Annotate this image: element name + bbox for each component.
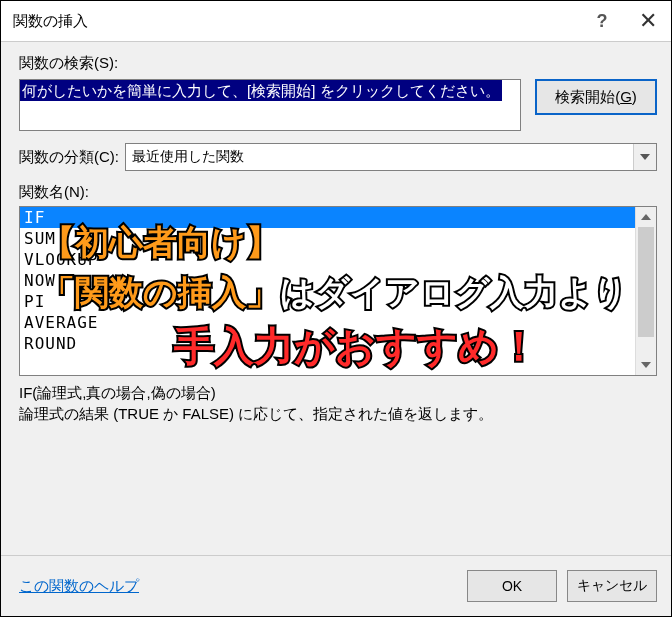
category-selected: 最近使用した関数	[132, 148, 244, 166]
category-select[interactable]: 最近使用した関数	[125, 143, 657, 171]
insert-function-dialog: 関数の挿入 ? ✕ 関数の検索(S): 何がしたいかを簡単に入力して、[検索開始…	[0, 0, 672, 617]
list-item[interactable]: AVERAGE	[20, 312, 635, 333]
dialog-body: 関数の検索(S): 何がしたいかを簡単に入力して、[検索開始] をクリックしてく…	[1, 42, 671, 555]
function-description: 論理式の結果 (TRUE か FALSE) に応じて、指定された値を返します。	[19, 405, 657, 424]
scrollbar[interactable]	[635, 207, 656, 375]
function-list-inner: IF SUM VLOOKUP NOW PI AVERAGE ROUND	[20, 207, 635, 375]
chevron-down-icon	[633, 144, 656, 170]
list-item[interactable]: IF	[20, 207, 635, 228]
scroll-up-icon[interactable]	[636, 207, 656, 227]
window-title: 関数の挿入	[13, 12, 579, 31]
category-label: 関数の分類(C):	[19, 148, 119, 167]
cancel-button[interactable]: キャンセル	[567, 570, 657, 602]
search-row: 何がしたいかを簡単に入力して、[検索開始] をクリックしてください。 検索開始(…	[19, 79, 657, 131]
search-input-text: 何がしたいかを簡単に入力して、[検索開始] をクリックしてください。	[20, 80, 502, 101]
ok-button[interactable]: OK	[467, 570, 557, 602]
function-list-label: 関数名(N):	[19, 183, 657, 202]
list-item[interactable]: PI	[20, 291, 635, 312]
search-label: 関数の検索(S):	[19, 54, 657, 73]
function-signature: IF(論理式,真の場合,偽の場合)	[19, 384, 657, 403]
list-item[interactable]: NOW	[20, 270, 635, 291]
search-start-button[interactable]: 検索開始(G)	[535, 79, 657, 115]
titlebar: 関数の挿入 ? ✕	[1, 1, 671, 42]
function-listbox[interactable]: IF SUM VLOOKUP NOW PI AVERAGE ROUND	[19, 206, 657, 376]
help-icon[interactable]: ?	[579, 1, 625, 41]
dialog-footer: この関数のヘルプ OK キャンセル	[1, 555, 671, 616]
scroll-thumb[interactable]	[638, 227, 654, 337]
scroll-down-icon[interactable]	[636, 355, 656, 375]
close-icon[interactable]: ✕	[625, 1, 671, 41]
category-row: 関数の分類(C): 最近使用した関数	[19, 143, 657, 171]
help-link[interactable]: この関数のヘルプ	[19, 577, 139, 596]
list-item[interactable]: ROUND	[20, 333, 635, 354]
search-start-label: 検索開始(G)	[555, 88, 637, 107]
list-item[interactable]: VLOOKUP	[20, 249, 635, 270]
scroll-track	[636, 337, 656, 355]
search-input[interactable]: 何がしたいかを簡単に入力して、[検索開始] をクリックしてください。	[19, 79, 521, 131]
list-item[interactable]: SUM	[20, 228, 635, 249]
